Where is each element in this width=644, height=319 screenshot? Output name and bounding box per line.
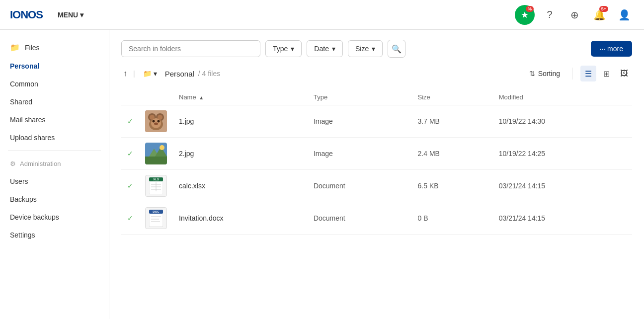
- col-modified: Modified: [493, 89, 632, 105]
- table-row[interactable]: ✓ 2.jpgImage2.4 MB10/19/22 14:25: [121, 138, 632, 170]
- add-button[interactable]: ⊕: [564, 5, 584, 25]
- more-button[interactable]: ··· more: [591, 41, 632, 57]
- menu-button[interactable]: MENU ▾: [53, 8, 88, 22]
- notification-button[interactable]: 🔔 5+: [589, 5, 609, 25]
- svg-point-5: [153, 120, 155, 123]
- row-modified: 03/21/24 14:15: [493, 170, 632, 202]
- row-thumbnail: DOC: [139, 202, 173, 235]
- sort-icon: ⇅: [529, 70, 535, 78]
- row-name[interactable]: calc.xlsx: [173, 170, 308, 202]
- svg-point-9: [158, 115, 162, 120]
- list-view-icon: ☰: [585, 69, 592, 79]
- row-size: 2.4 MB: [412, 138, 493, 170]
- svg-rect-11: [145, 157, 167, 164]
- star-button[interactable]: ★ %: [515, 5, 535, 25]
- add-icon: ⊕: [570, 9, 579, 21]
- notification-badge: 5+: [599, 6, 608, 12]
- header-icons: ★ % ? ⊕ 🔔 5+ 👤: [515, 5, 634, 25]
- sidebar-item-shared[interactable]: Shared: [0, 93, 109, 111]
- folder-selector[interactable]: 📁 ▾: [139, 68, 161, 80]
- file-table: Name ▲ Type Size Modified ✓: [121, 89, 632, 235]
- breadcrumb-separator: |: [133, 70, 135, 78]
- col-type: Type: [308, 89, 412, 105]
- size-filter-button[interactable]: Size ▾: [348, 40, 383, 57]
- folder-icon: 📁: [143, 70, 152, 78]
- sorting-button[interactable]: ⇅ Sorting: [525, 68, 564, 80]
- sidebar-item-upload-shares[interactable]: Upload shares: [0, 129, 109, 147]
- star-badge: %: [526, 6, 534, 12]
- row-check: ✓: [121, 202, 139, 235]
- col-thumb: [139, 89, 173, 105]
- svg-text:DOC: DOC: [153, 210, 160, 213]
- breadcrumb-folder-name: Personal: [165, 70, 194, 78]
- logo: IONOS: [10, 8, 43, 21]
- col-size: Size: [412, 89, 493, 105]
- row-thumbnail: [139, 105, 173, 138]
- row-name[interactable]: 2.jpg: [173, 138, 308, 170]
- sidebar: 📁 Files Personal Common Shared Mail shar…: [0, 30, 109, 319]
- view-divider: [572, 68, 572, 80]
- type-filter-button[interactable]: Type ▾: [265, 40, 302, 57]
- table-row[interactable]: ✓ 1.jpgImage3.7 MB10/19/22 14:30: [121, 105, 632, 138]
- row-type: Image: [308, 138, 412, 170]
- sidebar-item-mail-shares[interactable]: Mail shares: [0, 111, 109, 129]
- search-icon: 🔍: [392, 44, 402, 54]
- up-button[interactable]: ↑: [121, 67, 129, 80]
- sidebar-item-files[interactable]: 📁 Files: [0, 38, 109, 57]
- row-size: 0 B: [412, 202, 493, 235]
- chevron-down-icon: ▾: [332, 45, 335, 53]
- chevron-down-icon: ▾: [80, 11, 83, 19]
- col-check: [121, 89, 139, 105]
- row-thumbnail: XLS: [139, 170, 173, 202]
- profile-button[interactable]: 👤: [614, 5, 634, 25]
- main-content: Type ▾ Date ▾ Size ▾ 🔍 ··· more ↑: [109, 30, 644, 319]
- sidebar-item-device-backups[interactable]: Device backups: [0, 208, 109, 226]
- row-type: Document: [308, 170, 412, 202]
- image-view-button[interactable]: 🖼: [616, 66, 632, 81]
- chevron-down-icon: ▾: [372, 45, 375, 53]
- sidebar-item-settings[interactable]: Settings: [0, 226, 109, 244]
- sidebar-divider: [8, 151, 101, 151]
- layout: 📁 Files Personal Common Shared Mail shar…: [0, 30, 644, 319]
- svg-point-6: [158, 120, 160, 123]
- sidebar-item-common[interactable]: Common: [0, 75, 109, 93]
- up-icon: ↑: [123, 69, 127, 78]
- table-row[interactable]: ✓ DOC Invitation.docxDocument0 B03/21/24…: [121, 202, 632, 235]
- search-button[interactable]: 🔍: [388, 40, 405, 58]
- gear-icon: ⚙: [10, 160, 16, 167]
- svg-point-8: [150, 115, 155, 120]
- breadcrumb: ↑ | 📁 ▾ Personal / 4 files ⇅ Sorting ☰: [121, 66, 632, 81]
- view-buttons: ☰ ⊞ 🖼: [580, 66, 632, 81]
- file-count: / 4 files: [198, 70, 220, 78]
- svg-text:XLS: XLS: [153, 178, 159, 181]
- row-check: ✓: [121, 170, 139, 202]
- sidebar-item-backups[interactable]: Backups: [0, 190, 109, 208]
- row-name[interactable]: Invitation.docx: [173, 202, 308, 235]
- sort-arrow-icon: ▲: [199, 95, 204, 100]
- sorting-area: ⇅ Sorting ☰ ⊞ 🖼: [525, 66, 632, 81]
- grid-view-button[interactable]: ⊞: [598, 66, 614, 81]
- row-modified: 10/19/22 14:25: [493, 138, 632, 170]
- col-name: Name ▲: [173, 89, 308, 105]
- date-filter-button[interactable]: Date ▾: [307, 40, 343, 57]
- svg-point-14: [160, 145, 164, 150]
- row-modified: 03/21/24 14:15: [493, 202, 632, 235]
- svg-point-7: [154, 123, 158, 125]
- sidebar-item-personal[interactable]: Personal: [0, 57, 109, 75]
- grid-view-icon: ⊞: [603, 69, 610, 79]
- chevron-down-icon: ▾: [291, 45, 294, 53]
- image-view-icon: 🖼: [620, 69, 628, 78]
- help-button[interactable]: ?: [540, 5, 560, 25]
- row-size: 6.5 KB: [412, 170, 493, 202]
- row-thumbnail: [139, 138, 173, 170]
- sidebar-administration-label: ⚙ Administration: [0, 155, 109, 172]
- row-name[interactable]: 1.jpg: [173, 105, 308, 138]
- list-view-button[interactable]: ☰: [580, 66, 596, 81]
- sidebar-item-users[interactable]: Users: [0, 172, 109, 190]
- help-icon: ?: [547, 9, 552, 20]
- table-row[interactable]: ✓ XLS calc.xlsxDocument6.5 KB03/21/24 14…: [121, 170, 632, 202]
- row-size: 3.7 MB: [412, 105, 493, 138]
- row-modified: 10/19/22 14:30: [493, 105, 632, 138]
- folder-icon: 📁: [10, 43, 20, 52]
- search-input[interactable]: [121, 40, 260, 57]
